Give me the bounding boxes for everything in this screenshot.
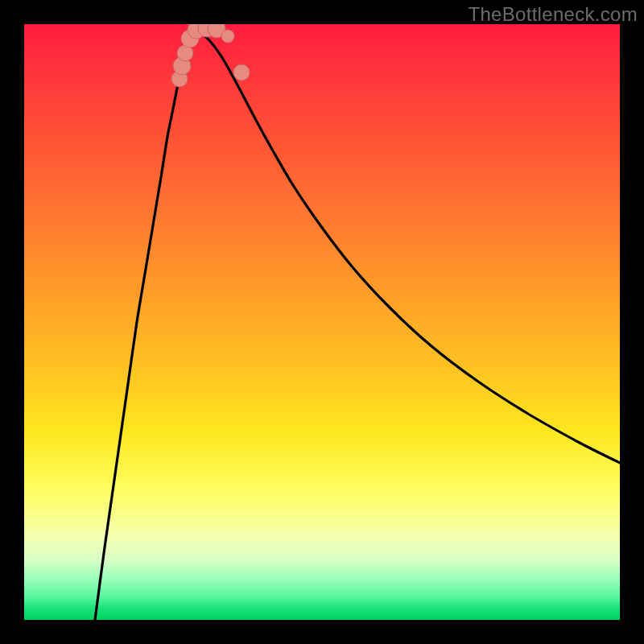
bottleneck-curve-chart: [24, 24, 620, 620]
watermark-text: TheBottleneck.com: [468, 3, 638, 26]
curve-left-branch: [95, 31, 198, 620]
curve-right-branch: [198, 31, 620, 463]
data-point: [233, 64, 250, 80]
data-point: [221, 30, 234, 43]
data-dots: [171, 24, 250, 87]
curve-group: [95, 31, 620, 620]
plot-area: [24, 24, 620, 620]
chart-frame: TheBottleneck.com: [0, 0, 644, 644]
